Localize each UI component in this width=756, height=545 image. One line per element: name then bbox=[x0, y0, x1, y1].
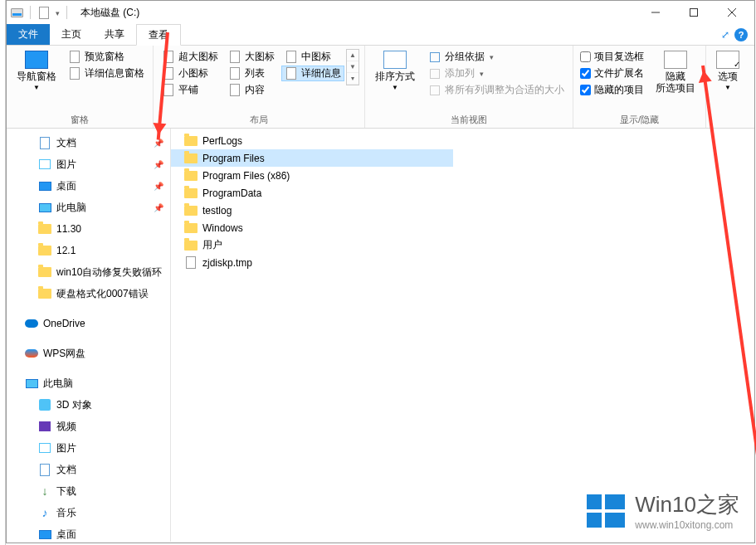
tab-view[interactable]: 查看 bbox=[136, 24, 181, 46]
content-area: 文档📌图片📌桌面📌此电脑📌11.3012.1win10自动修复失败循环硬盘格式化… bbox=[7, 129, 754, 542]
watermark-brand: Win10之家 bbox=[635, 490, 739, 519]
close-button[interactable] bbox=[713, 1, 751, 24]
qat-properties-icon[interactable] bbox=[37, 6, 51, 19]
tree-item-label: 文档 bbox=[56, 463, 76, 477]
pin-icon: 📌 bbox=[154, 182, 163, 191]
file-row[interactable]: Program Files bbox=[171, 149, 453, 167]
maximize-button[interactable] bbox=[675, 1, 713, 24]
file-list[interactable]: PerfLogsProgram FilesProgram Files (x86)… bbox=[171, 129, 754, 542]
tree-pc-item[interactable]: ♪音乐 bbox=[7, 502, 170, 523]
nav-pane-icon bbox=[25, 51, 48, 69]
group-by-button[interactable]: 分组依据 bbox=[425, 49, 568, 65]
group-show-hide: 项目复选框 文件扩展名 隐藏的项目 隐藏 所选项目 显示/隐藏 bbox=[573, 46, 706, 128]
chk-file-extensions[interactable]: 文件扩展名 bbox=[578, 66, 646, 81]
options-icon: ✓ bbox=[716, 51, 739, 69]
tree-pc-item[interactable]: 桌面 bbox=[7, 523, 170, 542]
tree-quick-item[interactable]: 文档📌 bbox=[7, 132, 170, 153]
tree-pc-item[interactable]: ↓下载 bbox=[7, 480, 170, 502]
tree-quick-item[interactable]: 此电脑📌 bbox=[7, 197, 170, 218]
ribbon-body: 导航窗格 ▼ 预览窗格 详细信息窗格 窗格 bbox=[7, 46, 754, 129]
tree-wps[interactable]: WPS网盘 bbox=[7, 343, 170, 364]
tree-pc-item[interactable]: 视频 bbox=[7, 416, 170, 437]
tree-item-label: 图片 bbox=[56, 158, 76, 172]
preview-pane-button[interactable]: 预览窗格 bbox=[65, 49, 148, 65]
music-icon: ♪ bbox=[38, 506, 51, 519]
file-row[interactable]: Program Files (x86) bbox=[171, 167, 754, 184]
tree-item-label: 11.30 bbox=[56, 223, 81, 235]
size-columns-button[interactable]: 将所有列调整为合适的大小 bbox=[425, 82, 568, 98]
chk-hidden-items[interactable]: 隐藏的项目 bbox=[578, 82, 646, 98]
folder-icon bbox=[184, 134, 198, 148]
img-icon bbox=[38, 441, 51, 455]
layout-small[interactable]: 小图标 bbox=[159, 66, 222, 81]
nav-tree[interactable]: 文档📌图片📌桌面📌此电脑📌11.3012.1win10自动修复失败循环硬盘格式化… bbox=[7, 129, 171, 542]
nav-pane-button[interactable]: 导航窗格 ▼ bbox=[12, 49, 61, 94]
doc-icon bbox=[38, 463, 51, 476]
layout-large[interactable]: 大图标 bbox=[225, 49, 278, 65]
ribbon-minimize-icon[interactable]: ⤢ bbox=[721, 29, 729, 41]
file-row[interactable]: PerfLogs bbox=[171, 132, 754, 149]
tree-quick-item[interactable]: 桌面📌 bbox=[7, 175, 170, 197]
pc-icon bbox=[38, 201, 51, 214]
file-name: 用户 bbox=[202, 238, 222, 252]
layout-extra-large[interactable]: 超大图标 bbox=[159, 49, 222, 65]
tree-item-label: 音乐 bbox=[56, 506, 76, 520]
tree-quick-item[interactable]: 图片📌 bbox=[7, 153, 170, 175]
file-row[interactable]: testlog bbox=[171, 202, 754, 219]
file-row[interactable]: 用户 bbox=[171, 236, 754, 254]
file-row[interactable]: Windows bbox=[171, 219, 754, 236]
file-icon bbox=[184, 256, 198, 270]
desktop-icon bbox=[38, 179, 51, 192]
tree-pc-item[interactable]: 图片 bbox=[7, 437, 170, 459]
tree-item-label: 3D 对象 bbox=[56, 398, 92, 412]
chk-item-checkboxes[interactable]: 项目复选框 bbox=[578, 49, 646, 65]
layout-gallery-scroll[interactable]: ▲▼▾ bbox=[346, 49, 359, 85]
tree-pc-item[interactable]: 文档 bbox=[7, 459, 170, 480]
sort-icon bbox=[383, 51, 407, 69]
file-name: zjdiskp.tmp bbox=[202, 257, 252, 269]
file-row[interactable]: ProgramData bbox=[171, 184, 754, 202]
file-name: Windows bbox=[202, 222, 243, 234]
layout-list[interactable]: 列表 bbox=[225, 66, 278, 81]
minimize-button[interactable] bbox=[637, 1, 675, 24]
tree-item-label: 此电脑 bbox=[56, 201, 86, 215]
pin-icon: 📌 bbox=[154, 139, 163, 148]
folder-icon bbox=[184, 221, 198, 235]
pin-icon: 📌 bbox=[154, 160, 163, 169]
tree-pc-item[interactable]: 3D 对象 bbox=[7, 394, 170, 416]
tree-item-label: 硬盘格式化0007错误 bbox=[56, 287, 149, 301]
tree-quick-item[interactable]: 11.30 bbox=[7, 218, 170, 240]
tree-onedrive[interactable]: OneDrive bbox=[7, 313, 170, 334]
watermark: Win10之家 www.win10xitong.com bbox=[587, 490, 739, 531]
help-icon[interactable]: ? bbox=[734, 28, 748, 41]
options-button[interactable]: ✓ 选项 ▼ bbox=[711, 49, 744, 94]
file-row[interactable]: zjdiskp.tmp bbox=[171, 254, 754, 271]
folder-icon bbox=[184, 204, 198, 217]
tab-file[interactable]: 文件 bbox=[7, 24, 50, 45]
layout-tiles[interactable]: 平铺 bbox=[159, 82, 222, 98]
layout-content[interactable]: 内容 bbox=[225, 82, 278, 98]
title-bar: 本地磁盘 (C:) bbox=[7, 1, 754, 24]
qat-dropdown-icon[interactable] bbox=[54, 7, 60, 18]
watermark-logo-icon bbox=[587, 494, 625, 528]
add-column-button[interactable]: 添加列 bbox=[425, 66, 568, 81]
tab-home[interactable]: 主页 bbox=[50, 24, 93, 45]
folder-icon bbox=[184, 239, 198, 252]
nav-pane-label: 导航窗格 bbox=[17, 71, 56, 82]
file-name: PerfLogs bbox=[202, 135, 242, 147]
group-panes: 导航窗格 ▼ 预览窗格 详细信息窗格 窗格 bbox=[7, 46, 154, 128]
file-name: testlog bbox=[202, 205, 232, 217]
tree-quick-item[interactable]: 硬盘格式化0007错误 bbox=[7, 283, 170, 304]
tree-this-pc[interactable]: 此电脑 bbox=[7, 372, 170, 394]
sort-by-button[interactable]: 排序方式 ▼ bbox=[370, 49, 420, 94]
tree-quick-item[interactable]: 12.1 bbox=[7, 240, 170, 261]
group-layout: 超大图标 大图标 中图标 小图标 列表 详细信息 平铺 内容 ▲▼▾ 布局 bbox=[154, 46, 365, 128]
hide-selected-button[interactable]: 隐藏 所选项目 bbox=[651, 49, 700, 96]
details-pane-icon bbox=[68, 67, 81, 80]
tab-share[interactable]: 共享 bbox=[93, 24, 136, 45]
tree-quick-item[interactable]: win10自动修复失败循环 bbox=[7, 261, 170, 283]
layout-medium[interactable]: 中图标 bbox=[281, 49, 344, 65]
layout-details[interactable]: 详细信息 bbox=[281, 66, 344, 81]
details-pane-button[interactable]: 详细信息窗格 bbox=[65, 66, 148, 81]
tree-item-label: 桌面 bbox=[56, 528, 76, 542]
